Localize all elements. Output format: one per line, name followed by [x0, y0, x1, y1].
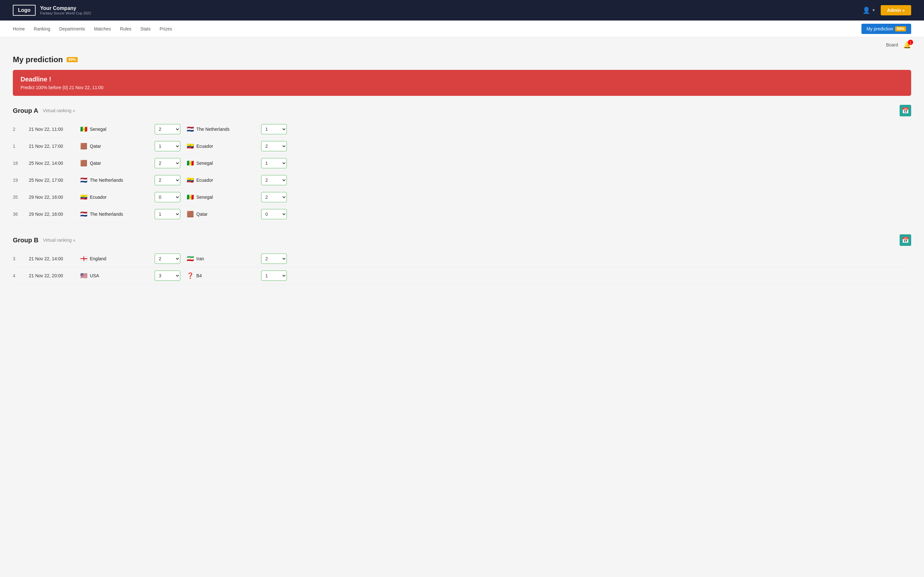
nav-link-stats[interactable]: Stats: [141, 26, 151, 31]
nav-item-home[interactable]: Home: [13, 26, 25, 31]
nav-link-prizes[interactable]: Prizes: [160, 26, 172, 31]
score-select-1-0-2[interactable]: 0123456789: [155, 158, 180, 168]
page-title-area: My prediction 99%: [13, 55, 911, 64]
my-prediction-nav-button[interactable]: My prediction 99%: [861, 24, 911, 34]
notification-bell[interactable]: 🔔 1: [903, 41, 911, 49]
group-header-0: Group A Virtual ranking » 📅: [13, 105, 911, 116]
group-header-left-1: Group B Virtual ranking »: [13, 237, 75, 244]
header-right: 👤 ▼ Admin »: [863, 5, 911, 15]
score-select-1-0-5[interactable]: 0123456789: [155, 209, 180, 219]
nav-item-departments[interactable]: Departments: [59, 26, 85, 31]
score-select-2-1-1[interactable]: 0123456789: [261, 271, 287, 281]
nav-item-rules[interactable]: Rules: [120, 26, 132, 31]
logo-area: Logo Your Company Fantasy Soccer World C…: [13, 5, 91, 16]
team-left-name-0-0: Senegal: [90, 127, 106, 132]
match-date-0-1: 21 Nov 22, 17:00: [29, 143, 80, 149]
score-select-1-0-3[interactable]: 0123456789: [155, 175, 180, 185]
team-left-0-4: 🇪🇨 Ecuador: [80, 193, 151, 201]
calendar-button-0[interactable]: 📅: [900, 105, 911, 116]
nav-item-prizes[interactable]: Prizes: [160, 26, 172, 31]
match-num-0-2: 18: [13, 161, 29, 166]
match-num-1-1: 4: [13, 273, 29, 278]
team-right-1-0: 🇮🇷 Iran: [187, 255, 257, 262]
nav-link-ranking[interactable]: Ranking: [34, 26, 50, 31]
team-left-0-0: 🇸🇳 Senegal: [80, 126, 151, 133]
score-select-1-1-1[interactable]: 0123456789: [155, 271, 180, 281]
page-title: My prediction: [13, 55, 63, 64]
match-num-0-5: 36: [13, 211, 29, 217]
company-info: Your Company Fantasy Soccer World Cup 20…: [40, 5, 91, 15]
team-left-0-3: 🇳🇱 The Netherlands: [80, 177, 151, 184]
score-select-1-0-1[interactable]: 0123456789: [155, 141, 180, 151]
nav-item-matches[interactable]: Matches: [94, 26, 111, 31]
score-select-1-0-4[interactable]: 0123456789: [155, 192, 180, 202]
nav-link-rules[interactable]: Rules: [120, 26, 132, 31]
groups-container: Group A Virtual ranking » 📅 2 21 Nov 22,…: [13, 105, 911, 284]
match-date-0-3: 25 Nov 22, 17:00: [29, 177, 80, 183]
match-date-1-1: 21 Nov 22, 20:00: [29, 273, 80, 278]
nav-link-matches[interactable]: Matches: [94, 26, 111, 31]
team-left-name-1-1: USA: [90, 273, 99, 278]
team-right-name-1-0: Iran: [196, 256, 204, 261]
team-right-0-1: 🇪🇨 Ecuador: [187, 143, 257, 150]
match-row-1-1: 4 21 Nov 22, 20:00 🇺🇸 USA 0123456789 ❓ B…: [13, 268, 911, 284]
match-num-0-3: 19: [13, 177, 29, 183]
team-left-0-5: 🇳🇱 The Netherlands: [80, 211, 151, 218]
team-right-name-0-4: Senegal: [196, 195, 213, 200]
group-title-0: Group A: [13, 107, 38, 114]
team-right-0-3: 🇪🇨 Ecuador: [187, 177, 257, 184]
team-right-name-1-1: B4: [196, 273, 202, 278]
nav-item-stats[interactable]: Stats: [141, 26, 151, 31]
score-select-2-0-1[interactable]: 0123456789: [261, 141, 287, 151]
match-row-0-2: 18 25 Nov 22, 14:00 🟫 Qatar 0123456789 🇸…: [13, 155, 911, 172]
team-right-1-1: ❓ B4: [187, 272, 257, 279]
match-num-1-0: 3: [13, 256, 29, 261]
team-left-name-0-3: The Netherlands: [90, 177, 123, 183]
team-left-1-1: 🇺🇸 USA: [80, 272, 151, 279]
virtual-ranking-link-1[interactable]: Virtual ranking »: [43, 237, 75, 243]
score-select-1-1-0[interactable]: 0123456789: [155, 253, 180, 264]
calendar-button-1[interactable]: 📅: [900, 234, 911, 246]
team-right-name-0-3: Ecuador: [196, 177, 213, 183]
nav-link-home[interactable]: Home: [13, 26, 25, 31]
nav-link-departments[interactable]: Departments: [59, 26, 85, 31]
team-right-0-5: 🟫 Qatar: [187, 211, 257, 218]
top-header: Logo Your Company Fantasy Soccer World C…: [0, 0, 924, 21]
group-title-1: Group B: [13, 237, 39, 244]
deadline-title: Deadline !: [21, 76, 903, 83]
match-date-0-4: 29 Nov 22, 16:00: [29, 195, 80, 200]
group-section-1: Group B Virtual ranking » 📅 3 21 Nov 22,…: [13, 234, 911, 284]
team-right-name-0-5: Qatar: [196, 211, 208, 217]
match-date-0-5: 29 Nov 22, 16:00: [29, 211, 80, 217]
score-select-2-0-4[interactable]: 0123456789: [261, 192, 287, 202]
virtual-ranking-link-0[interactable]: Virtual ranking »: [43, 108, 75, 113]
board-link[interactable]: Board: [886, 42, 898, 47]
match-num-0-0: 2: [13, 127, 29, 132]
team-right-name-0-1: Ecuador: [196, 143, 213, 149]
score-select-2-1-0[interactable]: 0123456789: [261, 253, 287, 264]
score-select-2-0-3[interactable]: 0123456789: [261, 175, 287, 185]
match-date-0-2: 25 Nov 22, 14:00: [29, 161, 80, 166]
team-right-0-0: 🇳🇱 The Netherlands: [187, 126, 257, 133]
group-header-1: Group B Virtual ranking » 📅: [13, 234, 911, 246]
match-date-1-0: 21 Nov 22, 14:00: [29, 256, 80, 261]
team-left-name-0-4: Ecuador: [90, 195, 107, 200]
match-num-0-1: 1: [13, 143, 29, 149]
admin-button[interactable]: Admin »: [881, 5, 911, 15]
main-content: My prediction 99% Deadline ! Predict 100…: [0, 49, 924, 309]
match-row-0-1: 1 21 Nov 22, 17:00 🟫 Qatar 0123456789 🇪🇨…: [13, 138, 911, 155]
team-right-0-4: 🇸🇳 Senegal: [187, 193, 257, 201]
team-left-name-0-1: Qatar: [90, 143, 101, 149]
score-select-2-0-0[interactable]: 0123456789: [261, 124, 287, 134]
score-select-2-0-5[interactable]: 0123456789: [261, 209, 287, 219]
score-select-2-0-2[interactable]: 0123456789: [261, 158, 287, 168]
match-date-0-0: 21 Nov 22, 11:00: [29, 127, 80, 132]
group-header-left-0: Group A Virtual ranking »: [13, 107, 75, 114]
deadline-banner: Deadline ! Predict 100% before {0} 21 No…: [13, 70, 911, 96]
team-left-name-0-2: Qatar: [90, 161, 101, 166]
group-section-0: Group A Virtual ranking » 📅 2 21 Nov 22,…: [13, 105, 911, 223]
user-icon[interactable]: 👤 ▼: [863, 6, 876, 14]
nav-item-ranking[interactable]: Ranking: [34, 26, 50, 31]
nav-links: Home Ranking Departments Matches Rules S…: [13, 26, 172, 31]
score-select-1-0-0[interactable]: 0123456789: [155, 124, 180, 134]
